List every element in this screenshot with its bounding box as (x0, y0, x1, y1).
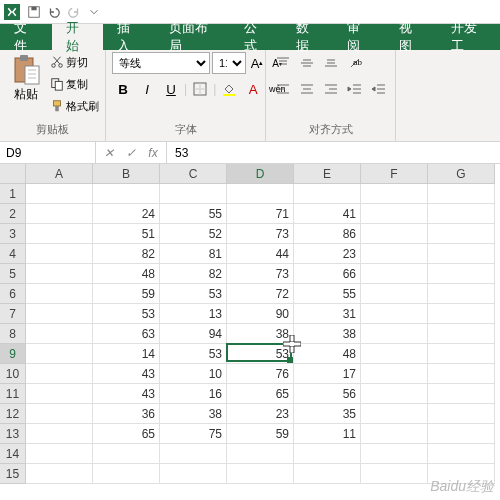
cell[interactable]: 16 (160, 384, 227, 404)
align-top-button[interactable] (272, 52, 294, 74)
cell[interactable]: 71 (227, 204, 294, 224)
row-header[interactable]: 1 (0, 184, 26, 204)
cell[interactable]: 10 (160, 364, 227, 384)
cell[interactable]: 53 (93, 304, 160, 324)
cell[interactable] (26, 424, 93, 444)
cell[interactable]: 51 (93, 224, 160, 244)
cell[interactable]: 38 (160, 404, 227, 424)
cell[interactable] (428, 364, 495, 384)
cell[interactable] (160, 444, 227, 464)
cell[interactable]: 63 (93, 324, 160, 344)
row-header[interactable]: 12 (0, 404, 26, 424)
cell[interactable] (227, 464, 294, 484)
cell[interactable] (361, 404, 428, 424)
font-name-select[interactable]: 等线 (112, 52, 210, 74)
paste-button[interactable]: 粘贴 (6, 52, 46, 103)
cell[interactable]: 55 (160, 204, 227, 224)
cell[interactable] (361, 244, 428, 264)
cell[interactable]: 41 (294, 204, 361, 224)
row-header[interactable]: 4 (0, 244, 26, 264)
indent-decrease-button[interactable] (344, 78, 366, 100)
font-size-select[interactable]: 11 (212, 52, 246, 74)
tab-insert[interactable]: 插入 (103, 24, 155, 50)
cell[interactable] (361, 384, 428, 404)
border-button[interactable] (189, 78, 211, 100)
cell[interactable] (227, 444, 294, 464)
row-header[interactable]: 10 (0, 364, 26, 384)
bold-button[interactable]: B (112, 78, 134, 100)
cell[interactable] (361, 324, 428, 344)
tab-layout[interactable]: 页面布局 (155, 24, 230, 50)
align-middle-button[interactable] (296, 52, 318, 74)
cell[interactable]: 86 (294, 224, 361, 244)
cut-button[interactable]: 剪切 (50, 52, 99, 72)
select-all-triangle[interactable] (0, 164, 26, 184)
cell[interactable]: 43 (93, 384, 160, 404)
fill-color-button[interactable] (218, 78, 240, 100)
spreadsheet-grid[interactable]: ABCDEFG 123456789101112131415 2455714151… (0, 164, 500, 500)
cell[interactable]: 11 (294, 424, 361, 444)
cell[interactable]: 73 (227, 264, 294, 284)
tab-dev[interactable]: 开发工 (437, 24, 500, 50)
column-header[interactable]: A (26, 164, 93, 184)
cell[interactable] (361, 304, 428, 324)
cell[interactable] (428, 384, 495, 404)
cell[interactable] (26, 324, 93, 344)
cell[interactable] (26, 364, 93, 384)
cell[interactable] (26, 404, 93, 424)
cell[interactable] (160, 464, 227, 484)
cell[interactable]: 65 (227, 384, 294, 404)
formula-bar[interactable]: 53 (167, 146, 500, 160)
fx-icon[interactable]: fx (142, 143, 164, 163)
cell[interactable]: 52 (160, 224, 227, 244)
increase-font-icon[interactable]: A▴ (248, 52, 266, 74)
cell[interactable] (26, 204, 93, 224)
cell[interactable] (26, 284, 93, 304)
cell[interactable]: 76 (227, 364, 294, 384)
row-header[interactable]: 6 (0, 284, 26, 304)
cell[interactable]: 44 (227, 244, 294, 264)
column-header[interactable]: C (160, 164, 227, 184)
underline-button[interactable]: U (160, 78, 182, 100)
cell[interactable]: 31 (294, 304, 361, 324)
column-header[interactable]: F (361, 164, 428, 184)
cell[interactable]: 48 (294, 344, 361, 364)
cell[interactable] (294, 464, 361, 484)
cell[interactable]: 53 (227, 344, 294, 364)
cell[interactable] (361, 424, 428, 444)
cell[interactable] (428, 284, 495, 304)
cell[interactable]: 43 (93, 364, 160, 384)
align-left-button[interactable] (272, 78, 294, 100)
cell[interactable]: 55 (294, 284, 361, 304)
cell[interactable]: 75 (160, 424, 227, 444)
cell[interactable] (93, 184, 160, 204)
orientation-button[interactable]: ab (344, 52, 366, 74)
row-header[interactable]: 14 (0, 444, 26, 464)
row-header[interactable]: 5 (0, 264, 26, 284)
row-header[interactable]: 13 (0, 424, 26, 444)
cell[interactable] (428, 304, 495, 324)
cell[interactable]: 24 (93, 204, 160, 224)
cell[interactable]: 65 (93, 424, 160, 444)
column-header[interactable]: B (93, 164, 160, 184)
column-header[interactable]: G (428, 164, 495, 184)
cell[interactable] (26, 464, 93, 484)
cell[interactable] (428, 264, 495, 284)
cell[interactable]: 90 (227, 304, 294, 324)
row-header[interactable]: 9 (0, 344, 26, 364)
tab-formula[interactable]: 公式 (230, 24, 282, 50)
column-header[interactable]: D (227, 164, 294, 184)
cell[interactable]: 35 (294, 404, 361, 424)
cell[interactable] (26, 444, 93, 464)
cancel-formula-icon[interactable]: ✕ (98, 143, 120, 163)
row-header[interactable]: 3 (0, 224, 26, 244)
cell[interactable] (294, 184, 361, 204)
cell[interactable] (361, 364, 428, 384)
cell[interactable]: 14 (93, 344, 160, 364)
cell[interactable]: 94 (160, 324, 227, 344)
cell[interactable]: 53 (160, 284, 227, 304)
cell[interactable]: 82 (160, 264, 227, 284)
cell[interactable]: 36 (93, 404, 160, 424)
cell[interactable] (26, 224, 93, 244)
cell[interactable]: 59 (227, 424, 294, 444)
